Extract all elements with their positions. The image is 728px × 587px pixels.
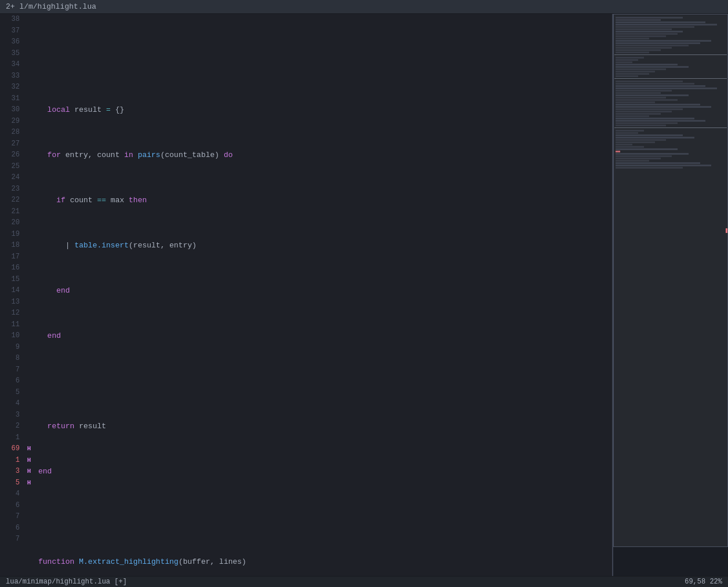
line-numbers: 38 37 36 35 34 33 32 31 30 29 28 27 26 2… bbox=[0, 14, 24, 576]
table-row: return result bbox=[38, 421, 607, 432]
table-row: | table.insert(result, entry) bbox=[38, 240, 607, 251]
table-row: if count == max then bbox=[38, 195, 607, 206]
table-row: end bbox=[38, 330, 607, 342]
main-container: 38 37 36 35 34 33 32 31 30 29 28 27 26 2… bbox=[0, 14, 728, 576]
table-row: end bbox=[38, 466, 607, 477]
code-content[interactable]: local result = {} for entry, count in pa… bbox=[34, 14, 612, 576]
table-row: function M.extract_highlighting(buffer, … bbox=[38, 556, 607, 568]
code-area: 38 37 36 35 34 33 32 31 30 29 28 27 26 2… bbox=[0, 14, 612, 576]
minimap-viewport bbox=[613, 14, 728, 547]
editor[interactable]: 38 37 36 35 34 33 32 31 30 29 28 27 26 2… bbox=[0, 14, 612, 576]
table-row: for entry, count in pairs(count_table) d… bbox=[38, 150, 607, 161]
table-row: end bbox=[38, 285, 607, 297]
table-row bbox=[38, 375, 607, 387]
statusbar: lua/minimap/highlight.lua [+] 69,58 22% bbox=[0, 576, 728, 587]
table-row bbox=[38, 511, 607, 523]
table-row bbox=[38, 59, 607, 71]
title-text: 2+ l/m/highlight.lua bbox=[6, 2, 96, 11]
title-bar: 2+ l/m/highlight.lua bbox=[0, 0, 728, 14]
minimap bbox=[612, 14, 728, 576]
statusbar-right: 69,58 22% bbox=[685, 578, 722, 586]
table-row: local result = {} bbox=[38, 104, 607, 116]
hint-column: H H H H bbox=[24, 14, 34, 576]
statusbar-left: lua/minimap/highlight.lua [+] bbox=[6, 578, 127, 586]
